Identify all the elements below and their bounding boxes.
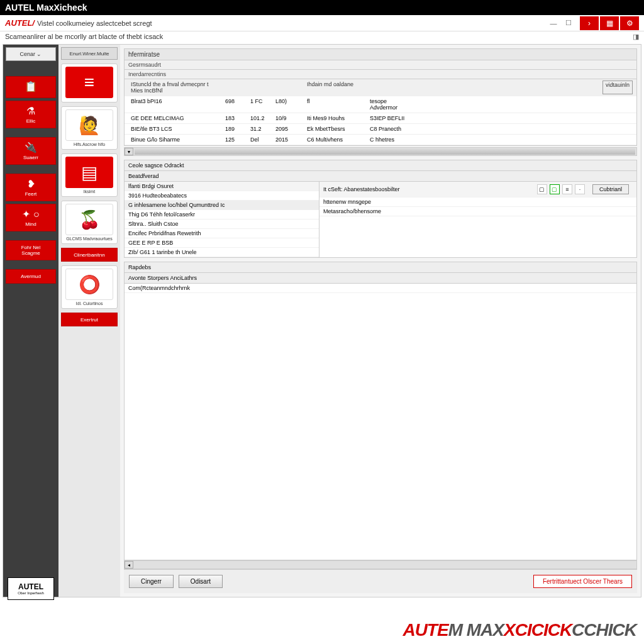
tile-3[interactable]: 🍒GLCMS Madvraourtues — [61, 201, 118, 244]
tile-tab[interactable]: Enurl.Winer.Multe — [61, 47, 118, 60]
dialog-btn-1[interactable]: Cingerr — [129, 575, 174, 588]
list-item[interactable]: Encifec Prbridifnas Rewetrith — [125, 229, 319, 238]
minimize-button[interactable]: — — [546, 18, 561, 28]
rail-btn-1[interactable]: ⚗Ellic — [6, 101, 56, 128]
list-item[interactable]: Sltnra.. Sluith Cstoe — [125, 219, 319, 229]
data-table: IStuncld the a fnval dvmecpnr t Mies Inc… — [124, 79, 637, 146]
section-header-1: hfermiratse — [124, 48, 637, 60]
section-header-2: Gesrmsaudrt — [124, 60, 637, 70]
window-title-bar: AUTEL/ Vistel coolkumeiey aslectcebet sc… — [0, 15, 644, 31]
tile-red-btn-1[interactable]: Clinertbanitnn — [61, 248, 118, 262]
mid-header-2: Beatdfverad — [125, 171, 636, 182]
maximize-button[interactable]: ☐ — [561, 18, 576, 28]
banner-text: AUTEL MaxXicheck — [5, 3, 87, 13]
main-panel: hfermiratse Gesrmsaudrt Inerdarrecntins … — [120, 45, 641, 597]
list-item[interactable]: ZIb/ G61 1 tarinbe th Unele — [125, 248, 319, 257]
aux-icon[interactable]: ◨ — [633, 33, 639, 41]
corner-logo: AUTEL Ober Inperhesh — [8, 577, 54, 600]
mid-left-header: lfanti Brdgi Osuret — [125, 182, 319, 191]
flask-icon: ⚗ — [26, 105, 35, 117]
scroll-left-icon[interactable]: ◂ — [125, 561, 133, 569]
rail-btn-0[interactable]: 📋 — [6, 76, 56, 98]
dialog-buttons: Cingerr Odisart Fertrittantuect Olscer T… — [124, 569, 637, 593]
window-title: Vistel coolkumeiey aslectcebet scregt — [37, 19, 546, 27]
table-action-button[interactable]: vidtauinln — [602, 80, 633, 94]
rail-btn-4[interactable]: ✦ ○Mind — [6, 204, 56, 231]
red-action-1[interactable]: › — [580, 16, 599, 30]
plug-icon: 🔌 — [25, 142, 37, 153]
notes-line: Com(Rcteanmndchrhrnk — [125, 284, 636, 293]
tile-2[interactable]: ▤Iksimt — [61, 153, 118, 197]
autel-logo: AUTEL/ — [5, 18, 35, 28]
gear-icon: ✦ ○ — [22, 208, 39, 220]
mid-right-header: It cSeft: Abanestatesboosbilter ▢ ▢ ≡ · … — [319, 182, 636, 197]
table-header: IStuncld the a fnval dvmecpnr t Mies Inc… — [125, 79, 636, 96]
dialog-btn-3[interactable]: Fertrittantuect Olscer Thears — [533, 575, 632, 588]
horizontal-scrollbar-2[interactable]: ◂ — [124, 560, 637, 569]
notes-header-1: Rapdebs — [125, 262, 636, 273]
mid-header-1: Ceole sagsce Odrackt — [125, 160, 636, 171]
cherry-icon: 🍒 — [65, 204, 113, 235]
red-action-2[interactable]: ▦ — [600, 16, 619, 30]
list-item[interactable]: Metasracho/bhensorne — [319, 207, 636, 216]
tile-red-btn-2[interactable]: Exertrut — [61, 313, 118, 326]
rail-btn-5[interactable]: Fohr NelScagme — [6, 240, 56, 260]
horizontal-scrollbar[interactable]: ▾ — [124, 147, 637, 156]
list-item[interactable]: httenenw mnsgepe — [319, 197, 636, 207]
section-header-3: Inerdarrecntins — [124, 70, 637, 79]
list-item[interactable]: 3916 Hudteobeabatecs — [125, 191, 319, 201]
scroll-left-icon[interactable]: ▾ — [125, 148, 133, 155]
list-item[interactable]: Thig D6 Téhh fetol/caserkr — [125, 210, 319, 219]
tile-column: Enurl.Winer.Multe ≡ 🙋Hifs.Ascrow hifo ▤I… — [58, 45, 120, 597]
rail-btn-2[interactable]: 🔌Suaerr — [6, 137, 56, 165]
circle-icon: ⭕ — [65, 269, 113, 300]
table-row[interactable]: BIE/tle BT3 LCS18931.22095Ek MbetTbesrsC… — [125, 124, 636, 135]
tb-icon-1[interactable]: ▢ — [537, 184, 547, 194]
tile-4[interactable]: ⭕Idl. Culortinos — [61, 265, 118, 309]
mid-panel: Ceole sagsce Odrackt Beatdfverad lfanti … — [124, 160, 637, 258]
top-banner: AUTEL MaxXicheck — [0, 0, 644, 15]
list-icon: ≡ — [65, 67, 113, 98]
person-icon: 🙋 — [65, 109, 113, 141]
mid-left-list: lfanti Brdgi Osuret 3916 Hudteobeabatecs… — [125, 182, 319, 257]
rail-btn-3[interactable]: ❥Feert — [6, 174, 56, 201]
footer-brand: AUTEM MAXXCICICKCCHICK — [402, 620, 636, 640]
tile-1[interactable]: 🙋Hifs.Ascrow hifo — [61, 106, 118, 150]
leaf-icon: ❥ — [27, 178, 35, 190]
dialog-btn-2[interactable]: Odisart — [179, 575, 223, 588]
table-row[interactable]: GE DEE MELCIMAG183101.210/9Iti Mes9 Houh… — [125, 113, 636, 124]
notes-header-2: Avonte Storpers AnciLathrs — [125, 273, 636, 284]
tb-icon-3[interactable]: ≡ — [562, 184, 572, 194]
tb-icon-4[interactable]: · — [575, 184, 585, 194]
left-rail: Cenar ⌄ 📋 ⚗Ellic 🔌Suaerr ❥Feert ✦ ○Mind … — [3, 45, 58, 597]
rail-dropdown[interactable]: Cenar ⌄ — [6, 47, 56, 61]
table-row[interactable]: Blrat3 bPI166981 FCL80)fltesope Advdermo… — [125, 96, 636, 113]
list-item[interactable]: G inhlesamene loc/hbel Qumunttred Ic — [125, 201, 319, 210]
mid-right-panel: It cSeft: Abanestatesboosbilter ▢ ▢ ≡ · … — [319, 182, 636, 257]
stack-icon: ▤ — [65, 157, 113, 188]
rail-btn-6[interactable]: Avermud — [6, 269, 56, 284]
tile-0[interactable]: ≡ — [61, 64, 118, 103]
mid-action-btn[interactable]: Cubtrianl — [592, 184, 629, 194]
window-subtitle: Scameanlirer al be mcorlly art blacte of… — [0, 31, 644, 44]
notes-panel: Rapdebs Avonte Storpers AnciLathrs Com(R… — [124, 262, 637, 560]
red-action-3[interactable]: ⚙ — [620, 16, 639, 30]
tb-icon-2[interactable]: ▢ — [550, 184, 560, 194]
table-row[interactable]: Binue G/lo Siharme125Del2015C6 Multivhen… — [125, 135, 636, 145]
list-item[interactable]: GEE E RP E BSB — [125, 238, 319, 248]
clipboard-icon: 📋 — [25, 80, 37, 92]
